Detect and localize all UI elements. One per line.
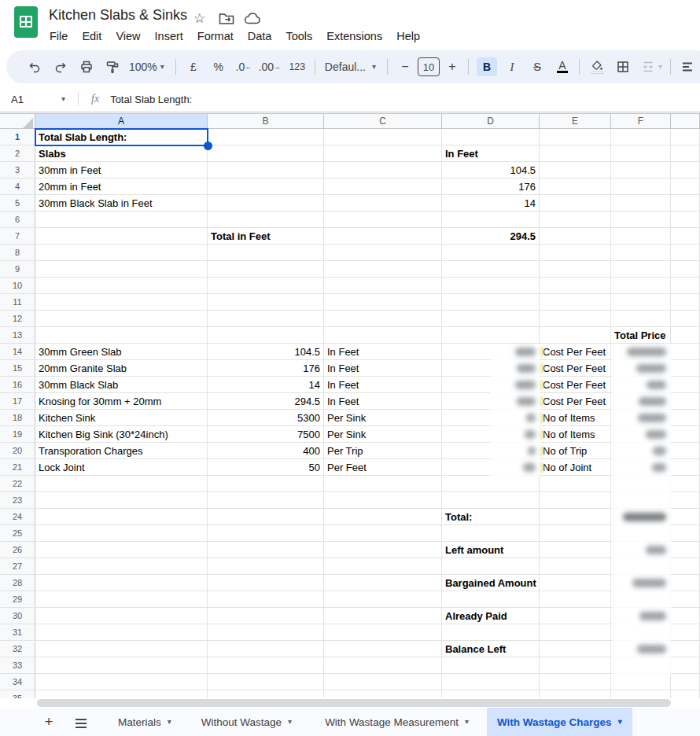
column-header-A[interactable]: A xyxy=(35,114,208,128)
column-header-G[interactable] xyxy=(671,114,700,128)
cell-C2[interactable] xyxy=(324,145,442,161)
decrease-font-size-button[interactable]: − xyxy=(399,60,411,74)
cell-C3[interactable] xyxy=(324,162,442,178)
cell-C24[interactable] xyxy=(324,509,442,524)
cell-E24[interactable] xyxy=(540,509,611,524)
cell-G33[interactable] xyxy=(671,657,700,673)
cell-G5[interactable] xyxy=(671,195,700,211)
cell-D5[interactable]: 14 xyxy=(442,195,540,211)
cell-A31[interactable] xyxy=(35,624,208,640)
italic-button[interactable]: I xyxy=(502,61,522,74)
cell-B10[interactable] xyxy=(208,278,324,293)
row-header-21[interactable]: 21 xyxy=(0,459,35,475)
cell-A19[interactable]: Kitchen Big Sink (30*24inch) xyxy=(35,426,208,442)
cell-A24[interactable] xyxy=(35,509,208,524)
row-header-34[interactable]: 34 xyxy=(0,674,35,690)
strikethrough-button[interactable]: S xyxy=(527,61,547,73)
cell-E19[interactable]: No of Items xyxy=(540,426,611,442)
cell-D33[interactable] xyxy=(442,657,540,673)
cell-B5[interactable] xyxy=(208,195,324,211)
cell-B22[interactable] xyxy=(208,476,324,491)
font-size-input[interactable]: 10 xyxy=(418,57,440,76)
cell-F13[interactable]: Total Price xyxy=(611,327,671,343)
cell-F12[interactable] xyxy=(611,311,671,326)
cell-B28[interactable] xyxy=(208,575,324,591)
cell-G6[interactable] xyxy=(671,212,700,227)
cell-F35[interactable] xyxy=(611,690,671,698)
cell-C13[interactable] xyxy=(324,327,442,343)
row-header-9[interactable]: 9 xyxy=(0,261,35,277)
cell-A25[interactable] xyxy=(35,525,208,541)
cell-F9[interactable] xyxy=(611,261,671,277)
increase-decimal-button[interactable]: .00→ xyxy=(261,61,278,73)
cell-A11[interactable] xyxy=(35,294,208,310)
cell-G34[interactable] xyxy=(671,674,700,690)
cell-C22[interactable] xyxy=(324,476,442,491)
cell-C28[interactable] xyxy=(324,575,442,591)
cell-G32[interactable] xyxy=(671,641,700,657)
menu-file[interactable]: File xyxy=(42,28,75,44)
cell-G31[interactable] xyxy=(671,624,700,640)
cell-E5[interactable] xyxy=(540,195,611,211)
menu-data[interactable]: Data xyxy=(241,28,279,44)
cell-B11[interactable] xyxy=(208,294,324,310)
formula-input[interactable]: Total Slab Length: xyxy=(110,94,192,105)
row-header-26[interactable]: 26 xyxy=(0,542,35,558)
cell-D1[interactable] xyxy=(442,129,540,145)
cell-G11[interactable] xyxy=(671,294,700,310)
cell-A5[interactable]: 30mm Black Slab in Feet xyxy=(35,195,208,211)
row-header-32[interactable]: 32 xyxy=(0,641,35,657)
cell-E15[interactable]: Cost Per Feet xyxy=(540,360,611,376)
cell-E35[interactable] xyxy=(540,690,611,698)
cell-C11[interactable] xyxy=(324,294,442,310)
print-button[interactable] xyxy=(79,60,94,74)
cell-G23[interactable] xyxy=(671,492,700,508)
cell-C26[interactable] xyxy=(324,542,442,558)
cell-G15[interactable] xyxy=(671,360,700,376)
cell-G13[interactable] xyxy=(671,327,700,343)
redo-button[interactable] xyxy=(53,60,68,74)
cell-B15[interactable]: 176 xyxy=(208,360,324,376)
cell-G17[interactable] xyxy=(671,393,700,409)
cell-B21[interactable]: 50 xyxy=(208,459,324,475)
cell-C4[interactable] xyxy=(324,178,442,194)
cell-A32[interactable] xyxy=(35,641,208,657)
cell-D9[interactable] xyxy=(442,261,540,277)
cell-F4[interactable] xyxy=(611,178,671,194)
cell-F7[interactable] xyxy=(611,228,671,244)
cell-D31[interactable] xyxy=(442,624,540,640)
row-header-23[interactable]: 23 xyxy=(0,492,35,508)
cell-B29[interactable] xyxy=(208,591,324,607)
cell-E14[interactable]: Cost Per Feet xyxy=(540,344,611,359)
cell-C31[interactable] xyxy=(324,624,442,640)
cell-E21[interactable]: No of Joint xyxy=(540,459,611,475)
cell-E22[interactable] xyxy=(540,476,611,491)
cell-C35[interactable] xyxy=(324,690,442,698)
cell-G21[interactable] xyxy=(671,459,700,475)
cell-G24[interactable] xyxy=(671,509,700,524)
cell-E33[interactable] xyxy=(540,657,611,673)
cell-E9[interactable] xyxy=(540,261,611,277)
cell-A13[interactable] xyxy=(35,327,208,343)
cell-E25[interactable] xyxy=(540,525,611,541)
cell-C16[interactable]: In Feet xyxy=(324,377,442,392)
cell-F11[interactable] xyxy=(611,294,671,310)
cell-F6[interactable] xyxy=(611,212,671,227)
cell-C12[interactable] xyxy=(324,311,442,326)
cell-E32[interactable] xyxy=(540,641,611,657)
cell-C19[interactable]: Per Sink xyxy=(324,426,442,442)
cell-G18[interactable] xyxy=(671,410,700,425)
row-header-27[interactable]: 27 xyxy=(0,558,35,574)
horizontal-align-button[interactable] xyxy=(680,60,695,74)
sheet-tab-caret-icon[interactable]: ▾ xyxy=(288,718,292,726)
column-header-D[interactable]: D xyxy=(442,114,540,128)
row-header-14[interactable]: 14 xyxy=(0,344,35,359)
cell-E10[interactable] xyxy=(540,278,611,293)
cell-A22[interactable] xyxy=(35,476,208,491)
cell-B8[interactable] xyxy=(208,245,324,260)
cell-B19[interactable]: 7500 xyxy=(208,426,324,442)
cell-B25[interactable] xyxy=(208,525,324,541)
row-header-19[interactable]: 19 xyxy=(0,426,35,442)
cell-A17[interactable]: Knosing for 30mm + 20mm xyxy=(35,393,208,409)
row-header-20[interactable]: 20 xyxy=(0,443,35,458)
